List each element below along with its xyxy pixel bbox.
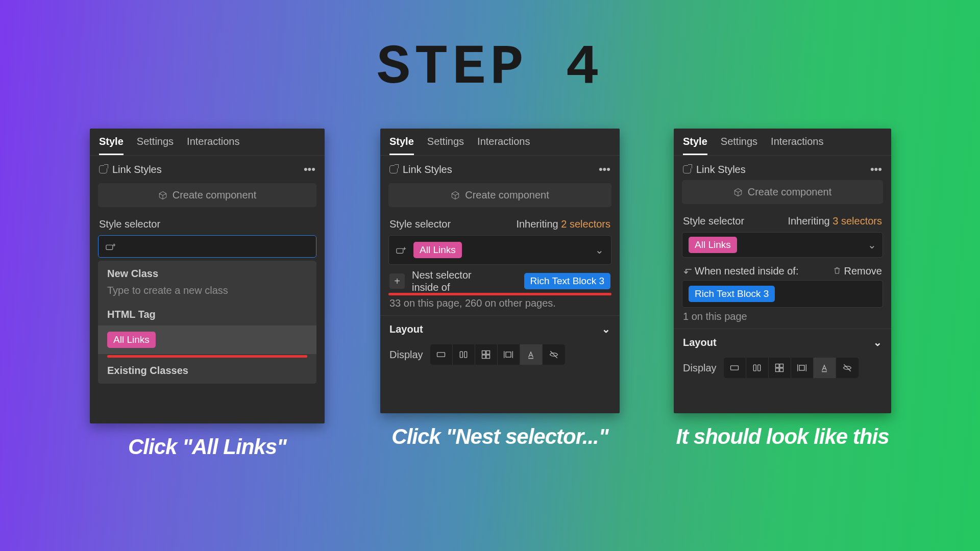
inheriting-label: Inheriting 2 selectors bbox=[516, 218, 610, 230]
remove-button[interactable]: Remove bbox=[833, 265, 882, 277]
tab-style[interactable]: Style bbox=[683, 136, 707, 155]
breadcrumb: Link Styles bbox=[403, 164, 452, 176]
rich-text-pill: Rich Text Block 3 bbox=[689, 286, 775, 302]
svg-rect-6 bbox=[486, 351, 490, 355]
style-selector-input[interactable]: All Links ⌄ bbox=[388, 235, 611, 265]
svg-rect-15 bbox=[776, 368, 779, 372]
svg-rect-4 bbox=[464, 352, 467, 358]
panel-tabs: Style Settings Interactions bbox=[90, 129, 325, 156]
chevron-down-icon: ⌄ bbox=[602, 323, 610, 335]
display-toggle-group bbox=[724, 358, 859, 378]
panel-tabs: Style Settings Interactions bbox=[674, 129, 891, 156]
more-icon[interactable]: ••• bbox=[599, 163, 610, 176]
chevron-down-icon: ⌄ bbox=[873, 336, 882, 348]
external-icon bbox=[389, 165, 398, 173]
dd-item-all-links[interactable]: All Links bbox=[98, 325, 316, 354]
style-selector-input[interactable]: All Links ⌄ bbox=[682, 232, 883, 258]
display-flex-button[interactable] bbox=[746, 358, 769, 378]
tab-settings[interactable]: Settings bbox=[427, 136, 464, 155]
svg-rect-0 bbox=[106, 245, 113, 249]
display-none-button[interactable] bbox=[836, 358, 859, 378]
inheriting-label: Inheriting 3 selectors bbox=[788, 215, 882, 227]
cube-icon bbox=[158, 191, 167, 200]
add-class-icon bbox=[396, 245, 407, 255]
create-component-button[interactable]: Create component bbox=[388, 183, 611, 207]
remove-label: Remove bbox=[844, 265, 882, 277]
tab-interactions[interactable]: Interactions bbox=[187, 136, 239, 155]
dd-existing: Existing Classes bbox=[98, 358, 316, 382]
rich-text-pill: Rich Text Block 3 bbox=[524, 273, 610, 289]
selector-count: 1 on this page bbox=[674, 308, 891, 329]
display-flex-button[interactable] bbox=[453, 344, 475, 365]
display-inlineblock-button[interactable] bbox=[498, 344, 520, 365]
arrow-icon: ↳ bbox=[681, 267, 694, 276]
svg-rect-2 bbox=[437, 353, 445, 357]
svg-rect-10 bbox=[731, 366, 739, 370]
display-inline-button[interactable] bbox=[814, 358, 836, 378]
svg-rect-3 bbox=[460, 352, 462, 358]
create-component-label: Create component bbox=[465, 189, 549, 201]
more-icon[interactable]: ••• bbox=[304, 163, 315, 176]
nest-selector-row[interactable]: + Nest selector inside of Rich Text Bloc… bbox=[380, 265, 620, 294]
svg-rect-7 bbox=[482, 355, 486, 359]
add-class-icon bbox=[106, 242, 117, 251]
chevron-down-icon[interactable]: ⌄ bbox=[868, 239, 876, 251]
layout-section[interactable]: Layout ⌄ bbox=[380, 315, 620, 342]
style-panel-1: Style Settings Interactions Link Styles … bbox=[90, 129, 325, 423]
display-grid-button[interactable] bbox=[475, 344, 498, 365]
dd-new-class: New Class bbox=[98, 263, 316, 285]
dd-hint: Type to create a new class bbox=[98, 285, 316, 304]
panel3-caption: It should look like this bbox=[676, 424, 889, 449]
cube-icon bbox=[451, 191, 460, 200]
nest-selector-label: Nest selector inside of bbox=[412, 269, 472, 293]
display-inlineblock-button[interactable] bbox=[791, 358, 814, 378]
create-component-button[interactable]: Create component bbox=[682, 180, 883, 204]
create-component-label: Create component bbox=[173, 189, 257, 201]
panel-tabs: Style Settings Interactions bbox=[380, 129, 620, 156]
create-component-button[interactable]: Create component bbox=[98, 183, 316, 207]
tab-style[interactable]: Style bbox=[99, 136, 124, 155]
svg-rect-13 bbox=[776, 364, 779, 368]
svg-rect-17 bbox=[799, 365, 804, 370]
tab-interactions[interactable]: Interactions bbox=[771, 136, 823, 155]
layout-section[interactable]: Layout ⌄ bbox=[674, 329, 891, 356]
display-label: Display bbox=[683, 362, 717, 374]
style-selector-label: Style selector bbox=[99, 218, 160, 230]
page-title: STEP 4 bbox=[377, 36, 603, 99]
display-none-button[interactable] bbox=[543, 344, 565, 365]
dd-html-tag: HTML Tag bbox=[98, 304, 316, 325]
display-inline-button[interactable] bbox=[520, 344, 543, 365]
display-block-button[interactable] bbox=[430, 344, 453, 365]
more-icon[interactable]: ••• bbox=[870, 163, 882, 176]
nested-selector-input[interactable]: Rich Text Block 3 bbox=[682, 280, 883, 308]
panel2-caption: Click "Nest selector..." bbox=[391, 424, 608, 449]
nested-inside-label: ↳When nested inside of: bbox=[683, 265, 798, 277]
display-block-button[interactable] bbox=[724, 358, 746, 378]
svg-rect-14 bbox=[780, 364, 783, 368]
all-links-pill: All Links bbox=[689, 237, 737, 253]
display-grid-button[interactable] bbox=[769, 358, 791, 378]
cube-icon bbox=[733, 188, 743, 197]
plus-icon[interactable]: + bbox=[389, 273, 405, 289]
all-links-pill: All Links bbox=[413, 242, 462, 258]
svg-rect-8 bbox=[486, 355, 490, 359]
svg-rect-11 bbox=[753, 365, 756, 371]
tab-settings[interactable]: Settings bbox=[137, 136, 174, 155]
display-label: Display bbox=[389, 349, 423, 361]
tab-interactions[interactable]: Interactions bbox=[477, 136, 530, 155]
selector-count: 33 on this page, 260 on other pages. bbox=[380, 294, 620, 315]
tab-style[interactable]: Style bbox=[389, 136, 414, 155]
breadcrumb: Link Styles bbox=[696, 164, 746, 176]
create-component-label: Create component bbox=[748, 186, 832, 198]
display-toggle-group bbox=[430, 344, 565, 365]
chevron-down-icon[interactable]: ⌄ bbox=[595, 244, 604, 256]
breadcrumb: Link Styles bbox=[112, 164, 162, 176]
external-icon bbox=[99, 165, 107, 173]
svg-rect-16 bbox=[780, 368, 783, 372]
all-links-pill: All Links bbox=[107, 332, 156, 348]
svg-rect-12 bbox=[758, 365, 761, 371]
tab-settings[interactable]: Settings bbox=[721, 136, 757, 155]
style-selector-input[interactable] bbox=[98, 235, 316, 258]
style-panel-3: Style Settings Interactions Link Styles … bbox=[674, 129, 891, 413]
style-selector-label: Style selector bbox=[389, 218, 451, 230]
